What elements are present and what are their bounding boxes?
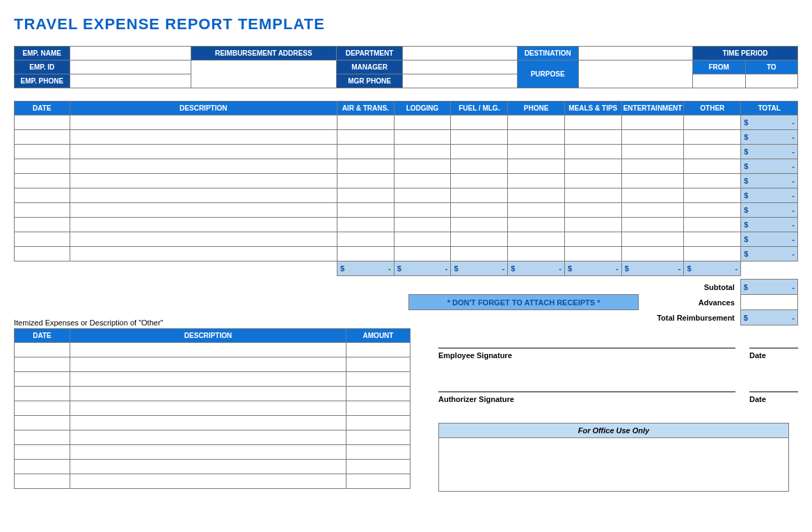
expense-cell[interactable]	[451, 247, 508, 261]
itemized-cell[interactable]	[70, 343, 347, 357]
itemized-cell[interactable]	[347, 343, 411, 357]
expense-cell[interactable]	[394, 247, 451, 261]
expense-cell[interactable]	[337, 159, 394, 174]
purpose-field[interactable]	[578, 61, 692, 88]
emp-name-field[interactable]	[70, 47, 191, 61]
itemized-cell[interactable]	[347, 460, 411, 474]
expense-cell[interactable]	[394, 145, 451, 159]
itemized-cell[interactable]	[70, 401, 347, 416]
expense-cell[interactable]	[621, 130, 684, 145]
expense-cell[interactable]	[337, 247, 394, 261]
expense-cell[interactable]	[70, 247, 337, 261]
itemized-cell[interactable]	[347, 357, 411, 372]
itemized-cell[interactable]	[347, 445, 411, 460]
itemized-cell[interactable]	[15, 430, 70, 445]
expense-cell[interactable]	[564, 232, 621, 247]
expense-cell[interactable]	[508, 188, 565, 203]
manager-field[interactable]	[403, 61, 517, 74]
expense-cell[interactable]	[684, 159, 741, 174]
expense-cell[interactable]	[684, 115, 741, 130]
expense-cell[interactable]	[451, 159, 508, 174]
from-field[interactable]	[692, 74, 745, 88]
expense-cell[interactable]	[15, 203, 70, 218]
expense-cell[interactable]	[337, 188, 394, 203]
expense-cell[interactable]	[70, 232, 337, 247]
expense-cell[interactable]	[451, 232, 508, 247]
expense-cell[interactable]	[621, 203, 684, 218]
expense-cell[interactable]	[337, 203, 394, 218]
expense-cell[interactable]	[564, 130, 621, 145]
expense-cell[interactable]	[15, 232, 70, 247]
expense-cell[interactable]	[451, 188, 508, 203]
itemized-cell[interactable]	[15, 445, 70, 460]
expense-cell[interactable]	[684, 247, 741, 261]
itemized-cell[interactable]	[70, 445, 347, 460]
expense-cell[interactable]	[70, 188, 337, 203]
itemized-cell[interactable]	[70, 372, 347, 387]
expense-cell[interactable]	[451, 174, 508, 188]
expense-cell[interactable]	[508, 159, 565, 174]
expense-cell[interactable]	[621, 174, 684, 188]
expense-cell[interactable]	[684, 218, 741, 232]
expense-cell[interactable]	[337, 145, 394, 159]
expense-cell[interactable]	[508, 174, 565, 188]
expense-cell[interactable]	[394, 115, 451, 130]
expense-cell[interactable]	[564, 174, 621, 188]
expense-cell[interactable]	[621, 232, 684, 247]
expense-cell[interactable]	[564, 115, 621, 130]
expense-cell[interactable]	[337, 130, 394, 145]
expense-cell[interactable]	[70, 159, 337, 174]
expense-cell[interactable]	[15, 174, 70, 188]
expense-cell[interactable]	[508, 247, 565, 261]
expense-cell[interactable]	[684, 203, 741, 218]
itemized-cell[interactable]	[15, 401, 70, 416]
emp-id-field[interactable]	[70, 61, 191, 74]
expense-cell[interactable]	[684, 174, 741, 188]
itemized-cell[interactable]	[70, 357, 347, 372]
itemized-cell[interactable]	[347, 430, 411, 445]
expense-cell[interactable]	[394, 188, 451, 203]
itemized-cell[interactable]	[15, 460, 70, 474]
expense-cell[interactable]	[621, 115, 684, 130]
itemized-cell[interactable]	[347, 372, 411, 387]
expense-cell[interactable]	[564, 188, 621, 203]
itemized-cell[interactable]	[15, 416, 70, 430]
department-field[interactable]	[403, 47, 517, 61]
expense-cell[interactable]	[394, 174, 451, 188]
mgr-phone-field[interactable]	[403, 74, 517, 88]
expense-cell[interactable]	[451, 218, 508, 232]
reimb-addr-field[interactable]	[191, 61, 336, 88]
expense-cell[interactable]	[70, 203, 337, 218]
itemized-cell[interactable]	[15, 372, 70, 387]
itemized-cell[interactable]	[15, 474, 70, 489]
expense-cell[interactable]	[70, 145, 337, 159]
expense-cell[interactable]	[451, 115, 508, 130]
expense-cell[interactable]	[394, 232, 451, 247]
itemized-cell[interactable]	[70, 474, 347, 489]
expense-cell[interactable]	[70, 115, 337, 130]
emp-phone-field[interactable]	[70, 74, 191, 88]
expense-cell[interactable]	[451, 145, 508, 159]
itemized-cell[interactable]	[15, 357, 70, 372]
itemized-cell[interactable]	[70, 430, 347, 445]
expense-cell[interactable]	[564, 159, 621, 174]
expense-cell[interactable]	[564, 203, 621, 218]
itemized-cell[interactable]	[347, 387, 411, 401]
expense-cell[interactable]	[508, 232, 565, 247]
itemized-cell[interactable]	[347, 416, 411, 430]
expense-cell[interactable]	[70, 174, 337, 188]
expense-cell[interactable]	[508, 203, 565, 218]
expense-cell[interactable]	[508, 130, 565, 145]
expense-cell[interactable]	[621, 159, 684, 174]
expense-cell[interactable]	[70, 130, 337, 145]
itemized-cell[interactable]	[15, 387, 70, 401]
expense-cell[interactable]	[451, 203, 508, 218]
itemized-cell[interactable]	[15, 343, 70, 357]
expense-cell[interactable]	[684, 130, 741, 145]
expense-cell[interactable]	[394, 218, 451, 232]
expense-cell[interactable]	[508, 115, 565, 130]
expense-cell[interactable]	[15, 218, 70, 232]
expense-cell[interactable]	[564, 247, 621, 261]
itemized-cell[interactable]	[70, 387, 347, 401]
expense-cell[interactable]	[394, 203, 451, 218]
